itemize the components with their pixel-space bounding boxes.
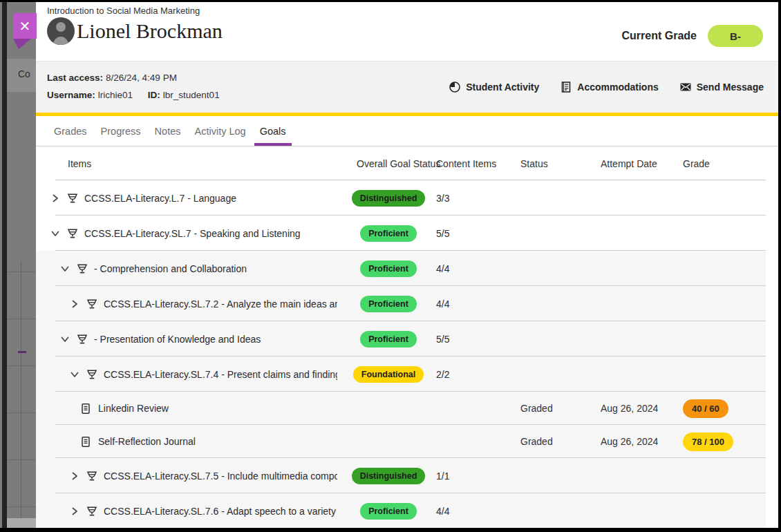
tab-progress[interactable]: Progress xyxy=(95,116,147,146)
background-grid-line xyxy=(7,272,36,272)
dimmed-background-page: Co xyxy=(0,2,36,528)
goal-status-badge: Proficient xyxy=(360,503,417,520)
student-info-bar: Last access:8/26/24, 4:49 PM Username:lr… xyxy=(36,61,778,113)
close-panel-button[interactable]: ✕ xyxy=(13,13,37,39)
content-document-icon xyxy=(80,435,93,448)
content-items-count: 4/4 xyxy=(436,493,449,528)
table-row[interactable]: Linkedin Review Graded Aug 26, 2024 40 /… xyxy=(36,392,766,425)
column-header-items: Items xyxy=(68,146,91,180)
expand-chevron-icon[interactable] xyxy=(69,298,80,310)
background-partial-text: Co xyxy=(18,68,30,79)
table-row[interactable]: CCSS.ELA-Literacy.SL.7 - Speaking and Li… xyxy=(36,216,766,251)
grade-pill: 40 / 60 xyxy=(683,399,728,418)
student-name: Lionel Brockman xyxy=(77,19,223,43)
expand-chevron-icon[interactable] xyxy=(59,334,70,345)
goal-trophy-icon xyxy=(86,368,98,381)
username-value: lrichie01 xyxy=(98,90,133,100)
close-icon: ✕ xyxy=(19,19,31,33)
student-avatar xyxy=(47,17,75,45)
expand-chevron-icon[interactable] xyxy=(69,369,80,380)
goal-trophy-icon xyxy=(66,227,79,240)
student-activity-label: Student Activity xyxy=(466,82,539,93)
goal-trophy-icon xyxy=(66,192,79,205)
table-row[interactable]: CCSS.ELA-Literacy.SL.7.2 - Analyze the m… xyxy=(36,286,766,321)
item-status: Graded xyxy=(520,425,553,458)
item-title: CCSS.ELA-Literacy.SL.7.2 - Analyze the m… xyxy=(104,298,337,310)
table-row[interactable]: CCSS.ELA-Literacy.SL.7.5 - Include multi… xyxy=(36,458,766,493)
send-message-button[interactable]: Send Message xyxy=(679,81,764,93)
item-title: CCSS.ELA-Literacy.SL.7.5 - Include multi… xyxy=(104,471,337,482)
table-row[interactable]: Self-Reflection Journal Graded Aug 26, 2… xyxy=(36,425,766,458)
expand-chevron-icon[interactable] xyxy=(50,228,61,239)
background-active-tab-mark xyxy=(18,351,26,353)
envelope-icon xyxy=(679,81,692,93)
background-grid-line xyxy=(7,412,36,413)
content-items-count: 5/5 xyxy=(436,321,449,357)
tab-grades[interactable]: Grades xyxy=(48,116,93,146)
goals-table-body: CCSS.ELA-Literacy.L.7 - Language Disting… xyxy=(36,180,778,528)
column-header-overall-goal-status: Overall Goal Status xyxy=(357,146,440,180)
goal-status-badge: Proficient xyxy=(360,331,417,348)
column-header-content-items: Content Items xyxy=(436,146,496,180)
grade-pill: 78 / 100 xyxy=(683,433,733,451)
expand-chevron-icon[interactable] xyxy=(69,506,80,517)
table-header-row: Items Overall Goal Status Content Items … xyxy=(36,146,766,180)
background-grid-line xyxy=(7,319,36,319)
table-row[interactable]: CCSS.ELA-Literacy.SL.7.6 - Adapt speech … xyxy=(36,493,766,528)
id-label: ID: xyxy=(148,90,160,100)
last-access-value: 8/26/24, 4:49 PM xyxy=(106,73,177,83)
column-header-attempt-date: Attempt Date xyxy=(601,146,657,180)
current-grade-pill: B- xyxy=(708,25,763,47)
table-row[interactable]: CCSS.ELA-Literacy.SL.7.4 - Present claim… xyxy=(36,357,766,392)
username-id: Username:lrichie01 ID:lbr_student01 xyxy=(47,90,220,100)
table-row[interactable]: - Comprehension and Collaboration Profic… xyxy=(36,251,766,286)
background-grid-line xyxy=(7,506,36,507)
current-grade-label: Current Grade xyxy=(622,30,697,42)
goal-trophy-icon xyxy=(76,333,88,345)
item-title: CCSS.ELA-Literacy.SL.7.4 - Present claim… xyxy=(104,369,337,380)
accommodations-document-icon xyxy=(560,81,572,93)
background-grid-line xyxy=(7,459,36,460)
item-title: CCSS.ELA-Literacy.SL.7 - Speaking and Li… xyxy=(84,228,301,239)
clock-pie-icon xyxy=(449,81,461,93)
last-access-label: Last access: xyxy=(47,73,103,83)
column-header-status: Status xyxy=(520,146,548,180)
table-row[interactable]: CCSS.ELA-Literacy.L.7 - Language Disting… xyxy=(36,180,766,216)
content-items-count: 4/4 xyxy=(436,251,449,286)
table-row[interactable]: - Presentation of Knowledge and Ideas Pr… xyxy=(36,321,766,357)
content-items-count: 2/2 xyxy=(436,357,449,392)
accommodations-button[interactable]: Accommodations xyxy=(560,81,658,93)
send-message-label: Send Message xyxy=(697,82,764,93)
goal-status-badge: Proficient xyxy=(360,260,417,277)
goal-status-badge: Distinguished xyxy=(352,190,426,207)
expand-chevron-icon[interactable] xyxy=(59,263,70,274)
background-sidebar xyxy=(2,2,7,528)
background-grid-line xyxy=(7,365,36,366)
expand-chevron-icon[interactable] xyxy=(50,193,61,204)
goal-trophy-icon xyxy=(86,298,98,310)
tab-notes[interactable]: Notes xyxy=(149,116,187,146)
tab-goals[interactable]: Goals xyxy=(254,116,292,146)
goal-status-badge: Proficient xyxy=(360,225,417,242)
student-overview-panel: Introduction to Social Media Marketing L… xyxy=(36,2,778,528)
tab-bar: Grades Progress Notes Activity Log Goals xyxy=(36,116,778,146)
item-title: CCSS.ELA-Literacy.SL.7.6 - Adapt speech … xyxy=(104,506,337,517)
last-access: Last access:8/26/24, 4:49 PM xyxy=(47,73,220,83)
item-title: CCSS.ELA-Literacy.L.7 - Language xyxy=(84,193,236,204)
content-items-count: 4/4 xyxy=(436,286,449,321)
item-title: Self-Reflection Journal xyxy=(98,436,196,447)
item-title: - Comprehension and Collaboration xyxy=(94,263,247,274)
item-title: - Presentation of Knowledge and Ideas xyxy=(94,334,261,345)
content-items-count: 3/3 xyxy=(436,180,449,216)
item-title: Linkedin Review xyxy=(98,403,169,414)
goal-status-badge: Distinguished xyxy=(352,468,426,484)
panel-header: Introduction to Social Media Marketing L… xyxy=(36,2,778,61)
expand-chevron-icon[interactable] xyxy=(69,471,80,482)
accommodations-label: Accommodations xyxy=(577,82,658,93)
course-title: Introduction to Social Media Marketing xyxy=(47,6,200,16)
background-footer-strip xyxy=(7,518,36,528)
tab-activity-log[interactable]: Activity Log xyxy=(189,116,251,146)
attempt-date: Aug 26, 2024 xyxy=(601,392,658,425)
student-activity-button[interactable]: Student Activity xyxy=(449,81,539,93)
item-status: Graded xyxy=(520,392,553,425)
